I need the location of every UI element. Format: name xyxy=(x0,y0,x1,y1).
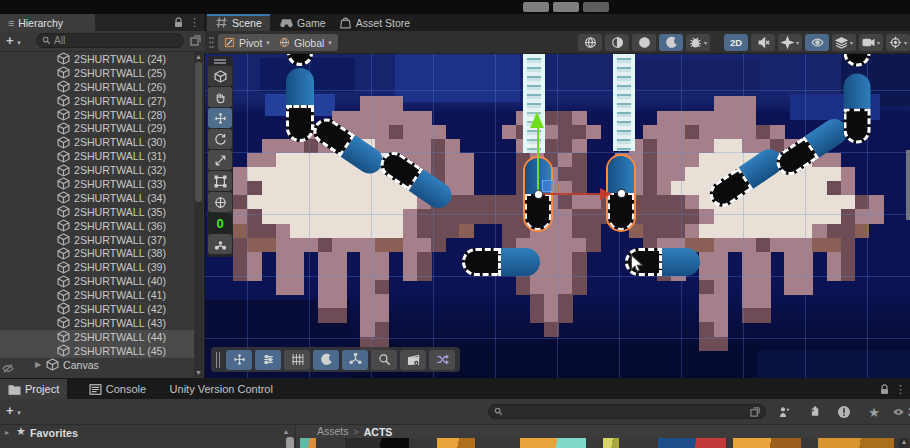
scroll-up-icon[interactable]: ▲ xyxy=(194,53,203,60)
type-filter-icon[interactable] xyxy=(772,403,796,421)
shuffle-button[interactable] xyxy=(429,350,455,370)
tab-project[interactable]: Project xyxy=(0,379,67,399)
asset-thumbnail[interactable] xyxy=(658,438,726,448)
hierarchy-item[interactable]: 2SHURTWALL (42) xyxy=(0,302,194,316)
gizmo-x-axis[interactable] xyxy=(542,193,600,195)
tab-hierarchy[interactable]: ≡ Hierarchy xyxy=(0,14,95,31)
shaded-sphere-button[interactable] xyxy=(578,34,602,51)
lit-sphere-button[interactable] xyxy=(605,34,629,51)
effects-sparkle-button[interactable]: ▾ xyxy=(778,34,802,51)
favorite-star-icon[interactable]: ★ xyxy=(862,403,886,421)
hurtwall-capsule[interactable] xyxy=(308,113,387,178)
tab-asset-store[interactable]: Asset Store xyxy=(331,14,418,31)
hierarchy-search-input[interactable] xyxy=(54,35,178,46)
hierarchy-search[interactable] xyxy=(36,33,184,48)
cube-tool[interactable] xyxy=(208,66,232,86)
breadcrumb-root[interactable]: Assets xyxy=(317,425,349,439)
asset-thumbnail[interactable] xyxy=(818,438,894,448)
hierarchy-item[interactable]: 2SHURTWALL (41) xyxy=(0,288,194,302)
hurtwall-capsule[interactable] xyxy=(462,248,540,276)
hierarchy-item[interactable]: 2SHURTWALL (37) xyxy=(0,233,194,247)
hierarchy-scrollbar[interactable]: ▲ ▼ xyxy=(194,52,203,377)
hurtwall-capsule[interactable] xyxy=(287,54,313,66)
audio-circle-button[interactable] xyxy=(632,34,656,51)
asset-thumbnail[interactable] xyxy=(520,438,586,448)
pause-button[interactable] xyxy=(553,2,579,12)
transform-tool[interactable] xyxy=(208,192,232,212)
hierarchy-item[interactable]: 2SHURTWALL (38) xyxy=(0,246,194,260)
project-search[interactable] xyxy=(488,404,766,419)
hierarchy-item[interactable]: 2SHURTWALL (36) xyxy=(0,219,194,233)
kebab-menu-icon[interactable]: ⋮ xyxy=(189,16,200,29)
favorites-label[interactable]: Favorites xyxy=(30,427,78,439)
pick-window-icon[interactable] xyxy=(750,407,760,417)
hierarchy-item[interactable]: 2SHURTWALL (25) xyxy=(0,66,194,80)
gizmo-y-arrowhead[interactable] xyxy=(530,112,544,128)
asset-thumbnail[interactable] xyxy=(345,438,409,448)
hand-tool[interactable] xyxy=(208,87,232,107)
kebab-menu-icon[interactable]: ⋮ xyxy=(895,383,906,396)
hierarchy-item[interactable]: 2SHURTWALL (31) xyxy=(0,149,194,163)
hierarchy-item[interactable]: 2SHURTWALL (45) xyxy=(0,344,194,358)
asset-thumbnail[interactable] xyxy=(300,438,316,448)
hierarchy-item[interactable]: 2SHURTWALL (24) xyxy=(0,52,194,66)
pivot-dot[interactable] xyxy=(618,190,625,197)
snap-grid-button[interactable] xyxy=(284,350,310,370)
hurtwall-capsule[interactable] xyxy=(286,68,314,142)
hurtwall-capsule[interactable] xyxy=(844,54,871,66)
visibility-eye-button[interactable] xyxy=(805,34,829,51)
pick-window-icon[interactable] xyxy=(190,35,201,46)
bone-tool[interactable] xyxy=(208,234,232,254)
hierarchy-item[interactable]: 2SHURTWALL (28) xyxy=(0,108,194,122)
search-button[interactable] xyxy=(371,350,397,370)
gizmo-xy-plane-handle[interactable] xyxy=(542,180,554,192)
overlay-handle[interactable] xyxy=(208,58,232,65)
ladder-sprite[interactable] xyxy=(613,54,635,151)
hurtwall-capsule[interactable] xyxy=(376,147,457,213)
toggle-2d-button[interactable]: 2D xyxy=(724,34,748,51)
clapper-button[interactable] xyxy=(400,350,426,370)
debug-bug-button[interactable]: ▾ xyxy=(686,34,710,51)
gizmo-x-arrowhead[interactable] xyxy=(600,188,612,200)
effects-crescent-button[interactable] xyxy=(659,34,683,51)
project-search-input[interactable] xyxy=(506,406,747,417)
alert-circle-icon[interactable] xyxy=(832,403,856,421)
hierarchy-item[interactable]: 2SHURTWALL (40) xyxy=(0,274,194,288)
sliders-button[interactable] xyxy=(255,350,281,370)
hierarchy-item[interactable]: 2SHURTWALL (27) xyxy=(0,94,194,108)
gizmo-y-axis[interactable] xyxy=(537,124,539,194)
effects-crescent-button[interactable] xyxy=(313,350,339,370)
hierarchy-item[interactable]: 2SHURTWALL (43) xyxy=(0,316,194,330)
collapse-icon[interactable]: ▴ xyxy=(284,427,288,436)
hurtwall-capsule[interactable] xyxy=(705,144,788,211)
hierarchy-item[interactable]: 2SHURTWALL (44) xyxy=(0,330,194,344)
lock-icon[interactable] xyxy=(880,384,889,395)
layers-button[interactable]: ▾ xyxy=(832,34,856,51)
hurtwall-capsule[interactable] xyxy=(844,73,871,143)
hierarchy-item[interactable]: 2SHURTWALL (39) xyxy=(0,260,194,274)
label-tag-icon[interactable] xyxy=(802,403,826,421)
ladder-sprite[interactable] xyxy=(523,54,545,153)
camera-button[interactable]: ▾ xyxy=(859,34,883,51)
tab-scene[interactable]: Scene xyxy=(207,14,270,31)
asset-thumbnail[interactable] xyxy=(437,438,475,448)
asset-thumbnail[interactable] xyxy=(733,438,801,448)
hierarchy-item[interactable]: 2SHURTWALL (29) xyxy=(0,121,194,135)
chevron-right-icon[interactable]: ▶ xyxy=(35,360,41,369)
scale-tool[interactable] xyxy=(208,150,232,170)
scroll-down-icon[interactable]: ▼ xyxy=(194,369,203,376)
custom-tool-zero[interactable]: 0 xyxy=(208,213,232,233)
visible-count[interactable]: 33 xyxy=(892,403,910,421)
rotate-tool[interactable] xyxy=(208,129,232,149)
hierarchy-item[interactable]: 2SHURTWALL (32) xyxy=(0,163,194,177)
audio-mute-button[interactable] xyxy=(751,34,775,51)
step-button[interactable] xyxy=(583,2,609,12)
add-asset-button[interactable]: + ▾ xyxy=(6,403,21,418)
add-object-button[interactable]: + ▾ xyxy=(6,33,21,48)
tab-console[interactable]: Console xyxy=(81,379,154,399)
gizmo-target-button[interactable]: ▾ xyxy=(886,34,910,51)
overlay-handle[interactable] xyxy=(216,352,220,368)
scene-viewport[interactable]: 0 xyxy=(205,54,910,378)
hierarchy-item[interactable]: 2SHURTWALL (33) xyxy=(0,177,194,191)
hierarchy-item-canvas[interactable]: ▶Canvas xyxy=(0,358,194,372)
